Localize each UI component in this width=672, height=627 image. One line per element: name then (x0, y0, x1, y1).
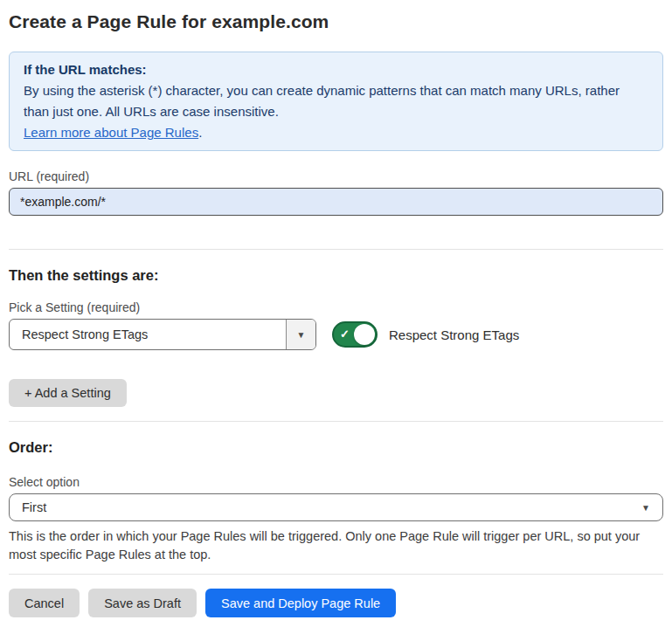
url-match-info-box: If the URL matches: By using the asteris… (9, 52, 663, 151)
chevron-down-icon: ▼ (297, 330, 306, 340)
page-title: Create a Page Rule for example.com (9, 10, 663, 33)
setting-select-value: Respect Strong ETags (10, 320, 286, 349)
toggle-knob (354, 324, 375, 345)
order-help-text: This is the order in which your Page Rul… (9, 527, 660, 564)
info-box-link-line: Learn more about Page Rules. (24, 122, 648, 143)
add-setting-button[interactable]: + Add a Setting (9, 379, 127, 407)
settings-section-heading: Then the settings are: (9, 266, 663, 284)
actions-row: Cancel Save as Draft Save and Deploy Pag… (9, 589, 663, 617)
setting-row: Respect Strong ETags ▼ ✓ Respect Strong … (9, 319, 663, 350)
setting-picker-label: Pick a Setting (required) (9, 300, 663, 315)
cancel-button[interactable]: Cancel (9, 589, 80, 617)
link-suffix: . (198, 125, 202, 140)
url-input[interactable] (9, 188, 663, 216)
check-icon: ✓ (340, 328, 350, 340)
toggle-label: Respect Strong ETags (389, 327, 519, 342)
divider-order-actions (9, 574, 663, 575)
order-select-label: Select option (9, 474, 663, 490)
order-select[interactable]: First ▼ (9, 493, 663, 521)
save-as-draft-button[interactable]: Save as Draft (88, 589, 197, 617)
info-box-body: By using the asterisk (*) character, you… (24, 80, 648, 122)
order-section-heading: Order: (9, 438, 663, 456)
divider-url-settings (9, 249, 663, 250)
info-box-heading: If the URL matches: (24, 59, 648, 80)
respect-strong-etags-toggle[interactable]: ✓ (332, 321, 378, 348)
save-and-deploy-button[interactable]: Save and Deploy Page Rule (205, 589, 396, 617)
setting-select-arrow-button[interactable]: ▼ (286, 320, 315, 349)
learn-more-link[interactable]: Learn more about Page Rules (24, 125, 198, 140)
setting-select[interactable]: Respect Strong ETags ▼ (9, 319, 316, 350)
chevron-down-icon: ▼ (641, 503, 650, 513)
url-field-label: URL (required) (9, 169, 663, 184)
divider-settings-order (9, 421, 663, 422)
order-select-value: First (22, 500, 641, 514)
